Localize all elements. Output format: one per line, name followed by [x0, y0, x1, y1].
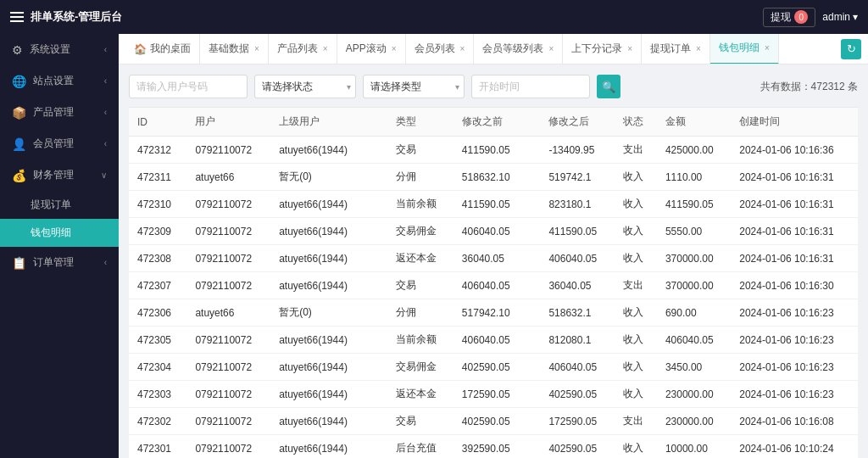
- cell-after: 172590.05: [540, 408, 614, 435]
- tab-my-desk[interactable]: 🏠 我的桌面: [125, 34, 200, 64]
- sidebar-item-finance-mgmt[interactable]: 💰 财务管理 ∨: [0, 159, 119, 191]
- tab-wallet-detail[interactable]: 钱包明细 ×: [710, 34, 779, 64]
- tab-close-app-carousel[interactable]: ×: [392, 44, 397, 53]
- date-input[interactable]: [471, 75, 590, 98]
- cell-after: 36040.05: [540, 272, 614, 299]
- tab-label-wallet-detail: 钱包明细: [719, 41, 760, 55]
- status-select[interactable]: 请选择状态 收入 支出: [254, 75, 356, 98]
- type-select[interactable]: 请选择类型 交易 分佣 当前余额 交易佣金 返还本金 后台充值: [363, 75, 465, 98]
- cell-status: 收入: [615, 381, 657, 408]
- order-icon: 📋: [12, 256, 26, 270]
- admin-label: admin: [822, 11, 850, 23]
- cell-id: 472305: [129, 327, 186, 354]
- cell-after: 406040.05: [540, 354, 614, 381]
- sidebar-label-wallet-detail: 钱包明细: [31, 226, 71, 238]
- table-row: 4723080792110072atuyet66(1944)返还本金36040.…: [129, 245, 858, 272]
- tab-close-up-down-record[interactable]: ×: [627, 44, 632, 53]
- sidebar-label-site-settings: 站点设置: [33, 74, 74, 88]
- cell-parent: atuyet66(1944): [270, 327, 387, 354]
- table-row: 472311atuyet66暂无(0)分佣518632.10519742.1收入…: [129, 164, 858, 191]
- sidebar-item-wallet-detail[interactable]: 钱包明细: [0, 219, 119, 247]
- cell-created: 2024-01-06 10:16:31: [731, 218, 858, 245]
- cell-before: 406040.05: [453, 327, 541, 354]
- tab-label-my-desk: 我的桌面: [150, 42, 191, 56]
- data-table: ID 用户 上级用户 类型 修改之前 修改之后 状态 金额 创建时间 47231…: [129, 107, 858, 458]
- sidebar-item-order-mgmt[interactable]: 📋 订单管理 ‹: [0, 247, 119, 278]
- cell-before: 392590.05: [453, 435, 541, 459]
- sidebar-item-member-mgmt[interactable]: 👤 会员管理 ‹: [0, 128, 119, 159]
- tab-close-product-list[interactable]: ×: [323, 44, 328, 53]
- cell-amount: 425000.00: [657, 137, 731, 164]
- type-select-wrapper: 请选择类型 交易 分佣 当前余额 交易佣金 返还本金 后台充值: [363, 75, 465, 98]
- member-icon: 👤: [12, 137, 26, 151]
- cell-before: 402590.05: [453, 408, 541, 435]
- cell-user: atuyet66: [186, 299, 270, 327]
- tab-app-carousel[interactable]: APP滚动 ×: [337, 34, 406, 64]
- cell-user: 0792110072: [186, 327, 270, 354]
- cell-created: 2024-01-06 10:16:30: [731, 272, 858, 299]
- cell-status: 支出: [615, 408, 657, 435]
- cell-after: 406040.05: [540, 245, 614, 272]
- cell-type: 返还本金: [387, 381, 453, 408]
- menu-icon[interactable]: [10, 12, 24, 22]
- tab-member-list[interactable]: 会员列表 ×: [406, 34, 475, 64]
- sidebar-item-site-settings[interactable]: 🌐 站点设置 ‹: [0, 65, 119, 97]
- cell-type: 当前余额: [387, 327, 453, 354]
- tab-close-withdraw-order[interactable]: ×: [696, 44, 701, 53]
- cell-amount: 10000.00: [657, 435, 731, 459]
- cell-type: 交易佣金: [387, 354, 453, 381]
- cell-type: 交易: [387, 272, 453, 299]
- cell-before: 402590.05: [453, 354, 541, 381]
- tab-close-basic-data[interactable]: ×: [254, 44, 259, 53]
- cell-created: 2024-01-06 10:16:23: [731, 327, 858, 354]
- admin-menu[interactable]: admin ▾: [822, 11, 858, 23]
- cell-amount: 690.00: [657, 299, 731, 327]
- cell-user: 0792110072: [186, 245, 270, 272]
- table-row: 4723030792110072atuyet66(1944)返还本金172590…: [129, 381, 858, 408]
- refresh-button[interactable]: ↻: [841, 39, 861, 59]
- tab-close-member-level[interactable]: ×: [548, 44, 554, 53]
- cell-before: 406040.05: [453, 218, 541, 245]
- cell-amount: 1110.00: [657, 164, 731, 191]
- table-row: 472306atuyet66暂无(0)分佣517942.10518632.1收入…: [129, 299, 858, 327]
- cell-status: 收入: [615, 245, 657, 272]
- chevron-icon-2: ‹: [104, 76, 107, 86]
- user-input[interactable]: [129, 75, 248, 98]
- cell-before: 517942.10: [453, 299, 541, 327]
- cell-user: 0792110072: [186, 137, 270, 164]
- tab-member-level[interactable]: 会员等级列表 ×: [474, 34, 563, 64]
- cell-after: 823180.1: [540, 191, 614, 218]
- tab-withdraw-order[interactable]: 提现订单 ×: [642, 34, 710, 64]
- cell-created: 2024-01-06 10:16:08: [731, 408, 858, 435]
- cell-parent: atuyet66(1944): [270, 435, 387, 459]
- cell-id: 472310: [129, 191, 186, 218]
- sidebar-label-withdraw-order: 提现订单: [31, 198, 71, 210]
- cell-parent: atuyet66(1944): [270, 191, 387, 218]
- sidebar-item-system-settings[interactable]: ⚙ 系统设置 ‹: [0, 34, 119, 65]
- total-number: 472312: [811, 81, 845, 92]
- cell-id: 472301: [129, 435, 186, 459]
- total-label: 共有数据：: [760, 81, 811, 92]
- sidebar-item-withdraw-order[interactable]: 提现订单: [0, 191, 119, 219]
- sidebar-item-product-mgmt[interactable]: 📦 产品管理 ‹: [0, 97, 119, 128]
- cell-status: 收入: [615, 327, 657, 354]
- search-button[interactable]: 🔍: [597, 75, 620, 98]
- chevron-icon: ‹: [104, 45, 107, 54]
- cell-status: 收入: [615, 218, 657, 245]
- table-wrapper: ID 用户 上级用户 类型 修改之前 修改之后 状态 金额 创建时间 47231…: [129, 107, 858, 458]
- cell-created: 2024-01-06 10:16:31: [731, 164, 858, 191]
- cell-status: 收入: [615, 299, 657, 327]
- tab-close-wallet-detail[interactable]: ×: [765, 43, 770, 53]
- cell-parent: atuyet66(1944): [270, 381, 387, 408]
- cell-created: 2024-01-06 10:16:31: [731, 245, 858, 272]
- withdraw-button[interactable]: 提现 0: [763, 8, 815, 27]
- cell-status: 支出: [615, 272, 657, 299]
- tab-close-member-list[interactable]: ×: [460, 44, 465, 53]
- tab-up-down-record[interactable]: 上下分记录 ×: [563, 34, 642, 64]
- cell-parent: 暂无(0): [270, 299, 387, 327]
- tab-product-list[interactable]: 产品列表 ×: [269, 34, 337, 64]
- col-amount: 金额: [657, 108, 731, 137]
- filter-bar: 请选择状态 收入 支出 请选择类型 交易 分佣 当前余额 交易佣金 返还本金 后…: [129, 75, 858, 98]
- header-left: 排单系统-管理后台: [10, 9, 122, 25]
- tab-basic-data[interactable]: 基础数据 ×: [200, 34, 269, 64]
